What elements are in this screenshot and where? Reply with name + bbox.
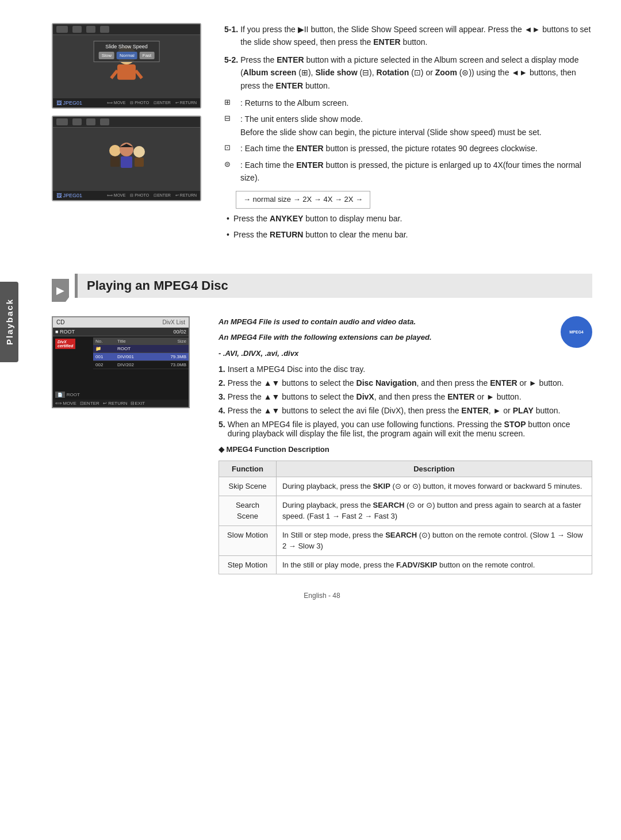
icon-item-slideshow: ⊟ : The unit enters slide show mode. Bef… <box>224 113 592 139</box>
screen-mockup-2: 🖼 JPEG01 ⟺ MOVE ⊟ PHOTO ⊡ENTER ↩ RETURN <box>52 116 201 201</box>
file-list: No. Title Size 📁 ROOT 001 <box>93 336 189 369</box>
screen-bottom-bar-2: 🖼 JPEG01 ⟺ MOVE ⊟ PHOTO ⊡ENTER ↩ RETURN <box>53 191 200 200</box>
icon-item-rotation: ⊡ : Each time the ENTER button is presse… <box>224 142 592 155</box>
intro-line2: An MPEG4 File with the following extensi… <box>218 332 592 343</box>
table-row: Search Scene During playback, press the … <box>219 496 592 526</box>
mpeg4-step-4-num: 4. <box>218 406 225 415</box>
svg-point-9 <box>133 146 145 158</box>
mpeg4-step-5: 5. When an MPEG4 file is played, you can… <box>218 420 592 438</box>
bullet-anykey: Press the ANYKEY button to display menu … <box>224 212 592 225</box>
table-row: Step Motion In the still or play mode, p… <box>219 555 592 574</box>
col-description: Description <box>277 461 592 477</box>
screen-image-area-1: Slide Show Speed Slow Normal Fast <box>53 35 200 98</box>
nav-return-2: ↩ RETURN <box>175 193 197 198</box>
side-tab-label: Playback <box>5 298 14 345</box>
row-2-title: DIV/202 <box>117 362 153 367</box>
mpeg4-step-3-text: Press the ▲▼ buttons to select the DivX,… <box>228 392 522 401</box>
section-arrow: ▶ <box>52 279 69 302</box>
top-right-content: 5-1. If you press the ▶II button, the Sl… <box>224 23 592 245</box>
mpeg4-step-1-num: 1. <box>218 365 225 374</box>
svg-point-4 <box>109 145 121 156</box>
rotation-icon: ⊡ <box>224 142 236 154</box>
slideshow-fast-btn[interactable]: Fast <box>140 52 155 59</box>
album-icon-text: : Returns to the Album screen. <box>240 97 348 109</box>
cd-nav-enter: ⊡ENTER <box>80 401 99 406</box>
slideshow-normal-btn[interactable]: Normal <box>117 52 137 59</box>
step-5-2-num: 5-2. <box>224 53 238 92</box>
nav-icons-2: ⟺ MOVE ⊟ PHOTO ⊡ENTER ↩ RETURN <box>85 193 197 198</box>
cd-header-right: DivX List <box>163 319 185 325</box>
screen-mockups: Slide Show Speed Slow Normal Fast 🖼 JPEG… <box>52 23 207 245</box>
mpeg4-step-2-text: Press the ▲▼ buttons to select the Disc … <box>228 378 564 388</box>
file-row-1: 001 DIV/001 79.3MB <box>93 353 189 361</box>
zoom-icon: ⊜ <box>224 159 236 171</box>
slideshow-slow-btn[interactable]: Slow <box>99 52 114 59</box>
function-search-scene: Search Scene <box>219 496 277 526</box>
toolbar-icon-8 <box>100 118 109 125</box>
cd-header: CD DivX List <box>53 317 189 328</box>
row-root-no: 📁 <box>95 346 113 351</box>
mpeg4-icon: MPEG4 <box>561 316 592 348</box>
toolbar-icon-6 <box>72 118 82 125</box>
step-5-2: 5-2. Press the ENTER button with a pictu… <box>224 53 592 92</box>
slideshow-title: Slide Show Speed <box>99 44 155 49</box>
section-spacer <box>52 262 592 274</box>
function-slow-motion: Slow Motion <box>219 526 277 555</box>
cd-nav-return: ↩ RETURN <box>103 401 128 406</box>
mpeg4-step-1-text: Insert a MPEG4 Disc into the disc tray. <box>228 365 365 374</box>
cd-content-area: DivXcertified No. Title Size 📁 ROOT <box>53 336 189 400</box>
desc-skip-scene: During playback, press the SKIP (⊙ or ⊙)… <box>277 477 592 496</box>
row-1-title: DIV/001 <box>117 354 153 359</box>
svg-rect-7 <box>121 156 132 168</box>
mpeg4-steps: 1. Insert a MPEG4 Disc into the disc tra… <box>218 365 592 438</box>
table-row: Skip Scene During playback, press the SK… <box>219 477 592 496</box>
intro-line3: - .AVI, .DIVX, .avi, .divx <box>218 348 592 359</box>
nav-photo-2: ⊟ PHOTO <box>130 193 149 198</box>
svg-line-2 <box>111 71 117 78</box>
row-2-size: 73.0MB <box>158 362 186 367</box>
toolbar-icon-7 <box>86 118 95 125</box>
nav-move-2: ⟺ MOVE <box>107 193 126 198</box>
slideshow-buttons: Slow Normal Fast <box>99 52 155 59</box>
slideshow-speed-overlay: Slide Show Speed Slow Normal Fast <box>94 41 160 62</box>
icon-item-zoom: ⊜ : Each time the ENTER button is presse… <box>224 159 592 185</box>
desc-slow-motion: In Still or step mode, press the SEARCH … <box>277 526 592 555</box>
screen-mockup-1: Slide Show Speed Slow Normal Fast 🖼 JPEG… <box>52 23 201 109</box>
nav-move-1: ⟺ MOVE <box>107 101 126 105</box>
toolbar-icon-4 <box>100 26 109 33</box>
mpeg4-icon-container: MPEG4 <box>561 316 592 348</box>
svg-line-3 <box>136 71 142 78</box>
table-header-row: Function Description <box>219 461 592 477</box>
album-icon: ⊞ <box>224 97 236 109</box>
step-5-1: 5-1. If you press the ▶II button, the Sl… <box>224 23 592 49</box>
intro-line1: An MPEG4 File is used to contain audio a… <box>218 316 592 328</box>
mpeg4-section: ▶ Playing an MPEG4 Disc CD DivX List ■ R… <box>52 274 592 575</box>
toolbar-icon-2 <box>72 26 82 33</box>
svg-rect-10 <box>135 158 144 167</box>
character-svg-2 <box>103 136 150 182</box>
screen-bottom-bar-1: 🖼 JPEG01 ⟺ MOVE ⊟ PHOTO ⊡ENTER ↩ RETURN <box>53 98 200 108</box>
section-title: Playing an MPEG4 Disc <box>75 274 592 298</box>
nav-photo-1: ⊟ PHOTO <box>130 101 149 105</box>
toolbar-2 <box>53 117 200 128</box>
step-5-1-num: 5-1. <box>224 23 238 49</box>
mpeg4-step-5-text: When an MPEG4 file is played, you can us… <box>228 420 592 438</box>
nav-enter-2: ⊡ENTER <box>154 193 171 198</box>
section-arrow-icon: ▶ <box>56 284 64 297</box>
mpeg4-step-1: 1. Insert a MPEG4 Disc into the disc tra… <box>218 365 592 374</box>
nav-enter-1: ⊡ENTER <box>154 101 171 105</box>
mpeg4-left-panel: CD DivX List ■ ROOT 00/02 DivXcertified <box>52 316 201 575</box>
nav-icons-1: ⟺ MOVE ⊟ PHOTO ⊡ENTER ↩ RETURN <box>85 101 197 105</box>
arrow-diagram: → normal size → 2X → 4X → 2X → <box>236 191 370 209</box>
footer-text: English - 48 <box>304 592 340 600</box>
col-title: Title <box>117 339 153 344</box>
cd-nav-exit: ⊟EXIT <box>131 401 145 406</box>
cd-bottom-bar: ⟺ MOVE ⊡ENTER ↩ RETURN ⊟EXIT <box>53 400 189 407</box>
row-1-no: 001 <box>95 354 113 359</box>
rotation-icon-text: : Each time the ENTER button is pressed,… <box>240 142 538 155</box>
cd-file-icon: 📄 ROOT <box>55 391 80 397</box>
col-function: Function <box>219 461 277 477</box>
function-step-motion: Step Motion <box>219 555 277 574</box>
col-no: No. <box>95 339 113 344</box>
icon-item-album: ⊞ : Returns to the Album screen. <box>224 97 592 109</box>
